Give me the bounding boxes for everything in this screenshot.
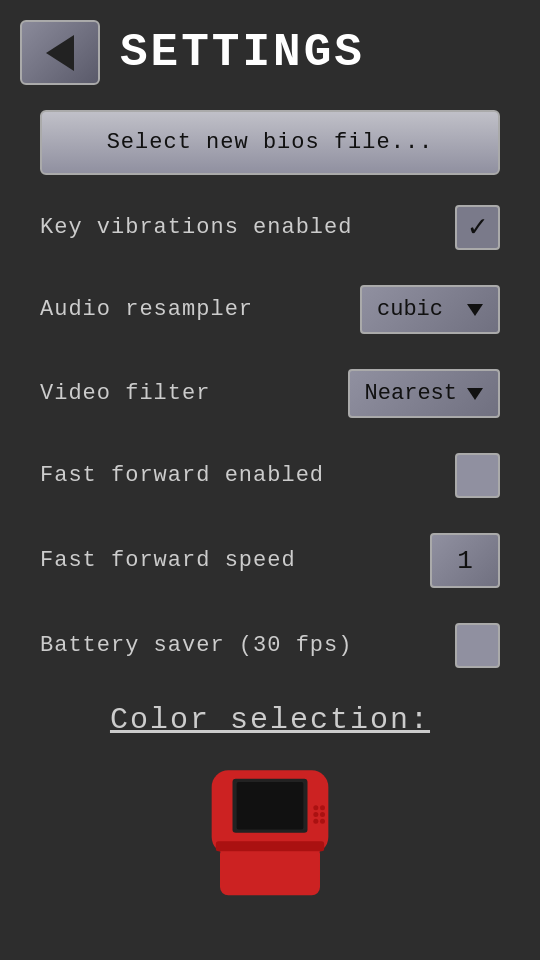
fast-forward-enabled-checkbox[interactable] [455, 453, 500, 498]
back-arrow-icon [46, 35, 74, 71]
key-vibrations-label: Key vibrations enabled [40, 215, 352, 240]
svg-rect-3 [220, 845, 320, 895]
video-filter-dropdown[interactable]: Nearest [348, 369, 500, 418]
dropdown-arrow-icon [467, 304, 483, 316]
color-selection-title: Color selection: [40, 703, 500, 737]
gameboy-svg [180, 762, 360, 912]
audio-resampler-row: Audio resampler cubic [40, 285, 500, 334]
svg-point-9 [313, 819, 318, 824]
fast-forward-enabled-label: Fast forward enabled [40, 463, 324, 488]
back-button[interactable] [20, 20, 100, 85]
gameboy-illustration [40, 762, 500, 912]
battery-saver-label: Battery saver (30 fps) [40, 633, 352, 658]
dropdown-arrow-icon2 [467, 388, 483, 400]
fast-forward-speed-value: 1 [457, 546, 473, 576]
battery-saver-checkbox[interactable] [455, 623, 500, 668]
fast-forward-enabled-row: Fast forward enabled [40, 453, 500, 498]
svg-point-6 [320, 805, 325, 810]
audio-resampler-label: Audio resampler [40, 297, 253, 322]
svg-rect-2 [237, 782, 304, 830]
battery-saver-row: Battery saver (30 fps) [40, 623, 500, 668]
svg-point-8 [320, 812, 325, 817]
svg-rect-4 [216, 841, 324, 851]
svg-point-10 [320, 819, 325, 824]
audio-resampler-dropdown[interactable]: cubic [360, 285, 500, 334]
fast-forward-speed-input[interactable]: 1 [430, 533, 500, 588]
fast-forward-speed-label: Fast forward speed [40, 548, 296, 573]
video-filter-label: Video filter [40, 381, 210, 406]
fast-forward-speed-row: Fast forward speed 1 [40, 533, 500, 588]
video-filter-row: Video filter Nearest [40, 369, 500, 418]
header: Settings [0, 0, 540, 100]
page-title: Settings [120, 27, 365, 79]
checkmark-icon: ✓ [468, 213, 486, 243]
audio-resampler-value: cubic [377, 297, 443, 322]
svg-point-7 [313, 812, 318, 817]
video-filter-value: Nearest [365, 381, 457, 406]
key-vibrations-checkbox[interactable]: ✓ [455, 205, 500, 250]
svg-point-5 [313, 805, 318, 810]
settings-content: Select new bios file... Key vibrations e… [0, 100, 540, 922]
key-vibrations-row: Key vibrations enabled ✓ [40, 205, 500, 250]
bios-select-button[interactable]: Select new bios file... [40, 110, 500, 175]
